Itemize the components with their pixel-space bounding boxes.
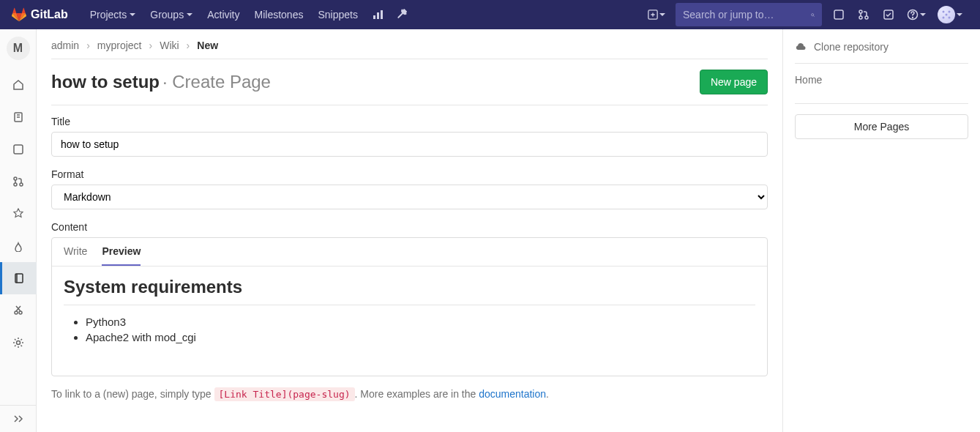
svg-point-19 (14, 177, 17, 180)
svg-point-24 (19, 311, 22, 314)
search-icon (811, 10, 815, 21)
breadcrumb-sep: › (86, 40, 90, 51)
project-sidebar: M (0, 29, 37, 432)
svg-rect-2 (381, 10, 383, 19)
preview-list-item: Python3 (86, 316, 755, 328)
tab-write[interactable]: Write (64, 245, 87, 266)
new-page-button[interactable]: New page (700, 70, 768, 94)
svg-point-25 (16, 341, 20, 345)
help-suffix: . (546, 388, 549, 400)
nav-activity[interactable]: Activity (200, 0, 247, 29)
page-header: how to setup · Create Page New page (51, 70, 768, 94)
breadcrumb-wiki[interactable]: Wiki (160, 40, 179, 51)
tab-preview[interactable]: Preview (102, 245, 141, 266)
content-label: Content (51, 221, 768, 233)
svg-rect-18 (14, 145, 23, 154)
help-text: To link to a (new) page, simply type [Li… (51, 388, 768, 400)
help-icon (907, 9, 919, 21)
issues-icon[interactable] (826, 0, 851, 29)
documentation-link[interactable]: documentation (479, 388, 546, 400)
plus-box-icon (648, 10, 658, 20)
chevron-down-icon (920, 13, 926, 16)
svg-rect-5 (834, 10, 843, 19)
chevron-down-icon (957, 13, 962, 16)
svg-point-16 (949, 17, 951, 19)
user-menu[interactable] (932, 0, 968, 29)
svg-point-21 (20, 183, 23, 186)
breadcrumb-current: New (197, 40, 218, 51)
nav-analytics-icon[interactable] (365, 0, 390, 29)
format-select[interactable]: Markdown (51, 185, 768, 209)
topbar-right (642, 0, 968, 29)
top-nav: Projects Groups Activity Milestones Snip… (83, 0, 415, 29)
clone-repository-link[interactable]: Clone repository (795, 41, 968, 64)
help-prefix: To link to a (new) page, simply type (51, 388, 214, 400)
sidebar-repository[interactable] (0, 101, 37, 133)
nav-projects-label: Projects (90, 9, 127, 21)
sidebar-issues[interactable] (0, 133, 37, 165)
breadcrumb-project[interactable]: myproject (97, 40, 142, 51)
svg-rect-0 (373, 15, 375, 19)
content-area: admin › myproject › Wiki › New how to se… (37, 29, 782, 432)
format-label: Format (51, 168, 768, 180)
avatar (938, 6, 955, 23)
editor-tabs: Write Preview (52, 238, 767, 266)
help-menu[interactable] (901, 0, 932, 29)
nav-groups[interactable]: Groups (143, 0, 200, 29)
nav-snippets-label: Snippets (318, 9, 357, 21)
more-pages-button[interactable]: More Pages (795, 114, 968, 139)
breadcrumb: admin › myproject › Wiki › New (51, 37, 768, 59)
new-menu[interactable] (642, 0, 671, 29)
chevron-down-icon (130, 13, 135, 16)
page-title: how to setup (51, 72, 160, 92)
help-code: [Link Title](page-slug) (214, 387, 355, 401)
search-box[interactable] (676, 3, 822, 26)
svg-point-4 (812, 13, 814, 15)
page-subtitle: · Create Page (162, 72, 271, 92)
svg-point-14 (946, 14, 948, 16)
nav-wrench-icon[interactable] (390, 0, 415, 29)
nav-activity-label: Activity (207, 9, 239, 21)
preview-heading: System requirements (64, 277, 755, 297)
sidebar-settings[interactable] (0, 327, 37, 359)
wiki-sidebar: Clone repository Home More Pages (782, 29, 980, 432)
svg-point-20 (14, 183, 17, 186)
nav-groups-label: Groups (150, 9, 184, 21)
nav-milestones[interactable]: Milestones (247, 0, 311, 29)
sidebar-wiki[interactable] (0, 262, 37, 294)
clone-label: Clone repository (814, 41, 889, 53)
gitlab-logo[interactable]: GitLab (12, 7, 68, 22)
breadcrumb-sep: › (187, 40, 190, 51)
tanuki-icon (12, 7, 26, 22)
help-mid: . More examples are in the (355, 388, 479, 400)
topbar: GitLab Projects Groups Activity Mileston… (0, 0, 980, 29)
nav-snippets[interactable]: Snippets (310, 0, 364, 29)
nav-milestones-label: Milestones (255, 9, 304, 21)
sidebar-overview[interactable] (0, 69, 37, 101)
chevron-down-icon (659, 13, 665, 16)
todos-icon[interactable] (876, 0, 901, 29)
nav-projects[interactable]: Projects (83, 0, 143, 29)
sidebar-operations[interactable] (0, 230, 37, 262)
search-input[interactable] (683, 9, 811, 21)
svg-point-7 (859, 16, 862, 19)
wiki-home-link[interactable]: Home (795, 74, 968, 86)
sidebar-merge-requests[interactable] (0, 165, 37, 198)
svg-rect-1 (377, 12, 379, 19)
sidebar-cicd[interactable] (0, 198, 37, 230)
sidebar-collapse[interactable] (0, 405, 36, 432)
title-input[interactable] (51, 132, 768, 157)
brand-text: GitLab (31, 8, 68, 21)
chevron-down-icon (187, 13, 192, 16)
svg-point-13 (949, 11, 951, 13)
svg-point-8 (865, 16, 868, 19)
merge-requests-icon[interactable] (851, 0, 876, 29)
project-avatar[interactable]: M (7, 37, 30, 60)
cloud-download-icon (795, 41, 807, 53)
breadcrumb-sep: › (149, 40, 153, 51)
svg-point-12 (943, 11, 945, 13)
sidebar-snippets[interactable] (0, 294, 37, 327)
breadcrumb-admin[interactable]: admin (51, 40, 79, 51)
content-editor: Write Preview System requirements Python… (51, 237, 768, 376)
title-label: Title (51, 116, 768, 127)
